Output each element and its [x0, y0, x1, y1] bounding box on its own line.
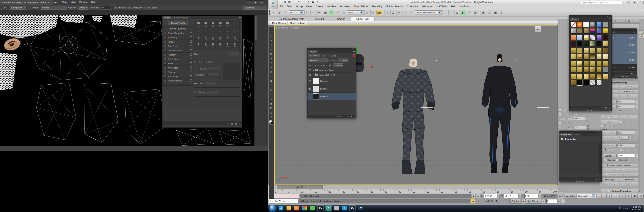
style-swatch[interactable]	[570, 47, 576, 53]
style-swatch[interactable]	[570, 60, 576, 66]
style-swatch[interactable]	[590, 47, 596, 53]
collapse-close-icons[interactable]: « ×	[633, 29, 636, 31]
channel-row[interactable]: s Ctrl+2	[611, 34, 637, 41]
channels-bottom-icon[interactable]: ▣	[631, 72, 633, 75]
paint-bucket-icon[interactable]: ◈▾	[4, 6, 7, 9]
view-align-button[interactable]: View Align	[600, 177, 619, 181]
ignore-visible-edges-checkbox[interactable]	[558, 113, 561, 115]
tool-icon[interactable]: ▨	[269, 52, 273, 56]
style-swatch[interactable]	[570, 54, 576, 60]
brush-presets-button[interactable]: Brush Presets	[168, 21, 188, 25]
panel-menu-icon[interactable]: ▾≡	[634, 31, 636, 33]
style-swatch[interactable]	[590, 80, 596, 86]
option-checkbox[interactable]	[164, 80, 166, 82]
style-swatch[interactable]	[583, 80, 589, 86]
attach-list-button[interactable]: Attach List	[620, 90, 639, 93]
lock-icon[interactable]	[190, 58, 192, 60]
time-configuration-icon[interactable]: ◔	[561, 199, 565, 203]
quick-access-icon[interactable]: ▢	[278, 1, 282, 3]
style-swatch[interactable]	[590, 67, 596, 73]
close-button[interactable]: ×	[638, 1, 644, 4]
antialias-checkbox[interactable]: ✓Anti-alias	[114, 6, 126, 9]
tessellate-button[interactable]: Tessellate	[601, 143, 616, 147]
create-shape-from-edges-button[interactable]: Create Shape from Edges	[600, 173, 639, 177]
brush-preset[interactable]: 48	[231, 42, 238, 49]
weld-selected-button[interactable]: Selected	[601, 131, 616, 135]
taskbar-chrome[interactable]	[301, 205, 308, 211]
option-checkbox[interactable]	[164, 58, 166, 60]
brush-option[interactable]: Smoothing	[164, 74, 193, 79]
lock-icon[interactable]	[190, 32, 192, 34]
size-field[interactable]	[228, 52, 240, 56]
style-swatch[interactable]	[570, 41, 576, 47]
Head and Face[interactable]: ▶ Head and Face	[308, 68, 356, 73]
edit-named-selections-icon[interactable]: ✎	[408, 10, 414, 15]
brush-preset[interactable]: 60	[224, 21, 231, 28]
hardness-field[interactable]	[204, 82, 216, 85]
style-swatch[interactable]	[596, 28, 602, 34]
document-tab[interactable]: PureArmored.psd @ 79.2% (Layer 0, RGB/8)…	[0, 0, 54, 5]
select-and-link-icon[interactable]: ∞	[271, 10, 276, 15]
brush-preset[interactable]: 9	[231, 28, 238, 35]
select-and-move-icon[interactable]: +	[329, 10, 334, 15]
tessellate-facecenter-radio[interactable]	[614, 148, 616, 151]
style-swatch[interactable]	[596, 60, 602, 66]
viewport-label[interactable]: [ + ] [ Front ] [ Shaded ]	[276, 26, 300, 29]
ribbon-tab[interactable]: Selection	[330, 17, 350, 21]
language-indicator[interactable]: EN	[618, 207, 621, 209]
make-planar-button[interactable]: Make Planar	[600, 182, 619, 186]
panel-resize-handle[interactable]	[576, 181, 584, 182]
style-swatch[interactable]	[576, 41, 583, 47]
Shapes[interactable]: ▶ Shapes	[308, 77, 356, 85]
brush-preset[interactable]: 1	[231, 21, 238, 28]
panel-menu-icon[interactable]: ▾≡	[353, 50, 355, 52]
style-swatch[interactable]	[596, 47, 602, 53]
style-swatch[interactable]	[583, 21, 589, 28]
style-swatch[interactable]	[576, 60, 583, 66]
window-crossing-icon[interactable]: ▣	[322, 10, 328, 15]
style-swatch[interactable]	[596, 54, 602, 60]
tab-brush[interactable]: Brush	[162, 16, 172, 19]
style-swatch[interactable]	[602, 21, 608, 28]
style-swatch[interactable]	[596, 21, 602, 28]
angle-snap-icon[interactable]: ∠	[390, 10, 396, 15]
brush-option[interactable]: Transfer	[164, 53, 193, 57]
tessellate-edge-radio[interactable]	[604, 148, 607, 151]
option-checkbox[interactable]	[164, 62, 166, 65]
align-icon[interactable]: ≡	[448, 10, 454, 15]
brush-option[interactable]: Scattering	[164, 35, 193, 40]
brush-preset[interactable]: 45	[224, 42, 231, 49]
brush-preset[interactable]: 21	[195, 42, 202, 49]
show-desktop-button[interactable]	[643, 204, 644, 212]
style-swatch[interactable]	[602, 41, 608, 47]
background-color[interactable]	[270, 122, 273, 125]
tool-icon[interactable]: *	[269, 115, 273, 119]
brush-tip-shape-header[interactable]: Brush Tip Shape	[164, 27, 193, 31]
flip-y-checkbox[interactable]	[204, 61, 207, 63]
brush-option[interactable]: Dual Brush	[164, 44, 193, 48]
fill-source-dropdown[interactable]: Foreground⇕	[10, 6, 26, 10]
taskbar-photoshop[interactable]: Ps	[317, 205, 324, 211]
style-swatch[interactable]	[590, 41, 596, 47]
selection-filter-dropdown[interactable]: All▾	[289, 11, 304, 15]
quick-access-icon[interactable]: ▾	[297, 1, 301, 3]
key-mode-icon[interactable]: ◆	[522, 199, 526, 203]
options-bar-grip[interactable]	[1, 6, 2, 10]
minimize-button[interactable]: −	[626, 1, 631, 4]
brush-preset[interactable]: 24	[202, 42, 209, 49]
menu-item[interactable]: Rendering	[370, 5, 384, 9]
mode-dropdown[interactable]: Normal⇕	[40, 6, 67, 10]
style-swatch[interactable]	[583, 73, 589, 79]
style-swatch[interactable]	[602, 34, 608, 41]
auto-key-button[interactable]: Auto Key	[565, 194, 576, 198]
tool-icon[interactable]: ○	[269, 97, 273, 101]
fill-color-swatch[interactable]	[28, 6, 31, 10]
angle-field[interactable]	[207, 67, 219, 71]
refine-ends-checkbox[interactable]: ✓	[601, 125, 603, 127]
contiguous-checkbox[interactable]: ✓Contiguous	[128, 6, 143, 9]
viewport-nav-button[interactable]: ▣	[632, 193, 638, 198]
rendered-frame-window-icon[interactable]: ▣	[493, 10, 498, 15]
ribbon-tab[interactable]: Freeform	[310, 17, 330, 21]
flip-x-checkbox[interactable]	[194, 61, 196, 63]
collapse-close-icons[interactable]: « ×	[352, 48, 355, 50]
